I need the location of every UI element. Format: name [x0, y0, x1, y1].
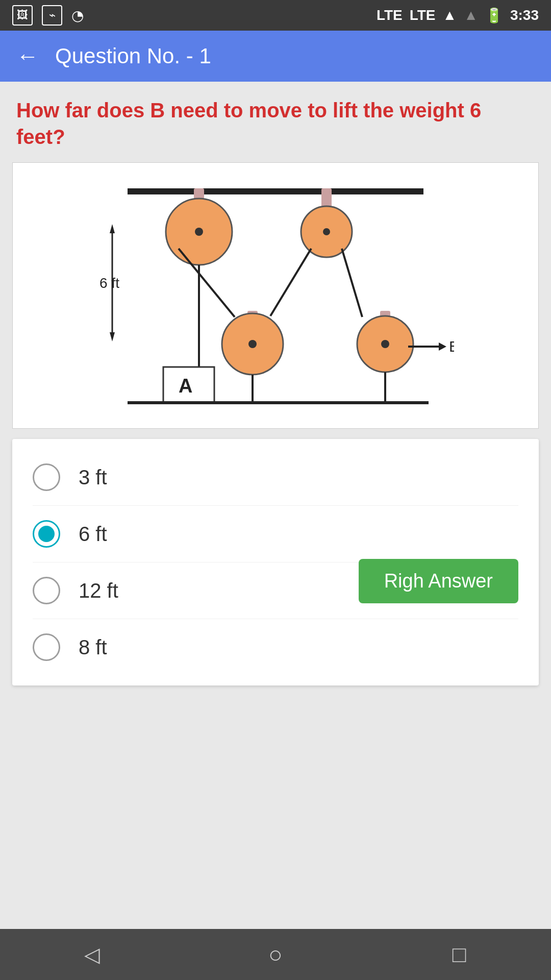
usb-icon: ⌁: [42, 5, 62, 26]
bottom-nav: ◁ ○ □: [0, 929, 551, 980]
svg-text:B: B: [449, 338, 454, 355]
time-display: 3:33: [510, 7, 539, 23]
option-row-2[interactable]: 6 ft: [33, 506, 518, 562]
content-area: How far does B need to move to lift the …: [0, 82, 551, 929]
svg-line-22: [342, 249, 362, 317]
svg-line-21: [270, 249, 311, 316]
back-button[interactable]: ←: [16, 43, 39, 69]
sync-icon: ◔: [71, 7, 84, 24]
nav-recents-button[interactable]: □: [439, 934, 480, 975]
svg-marker-2: [110, 224, 115, 233]
radio-1[interactable]: [33, 463, 60, 491]
option-row-1[interactable]: 3 ft: [33, 449, 518, 506]
option-label-2: 6 ft: [79, 523, 107, 546]
answers-card: 3 ft 6 ft 12 ft Righ Answer 8 ft: [12, 439, 539, 685]
page-title: Question No. - 1: [55, 44, 211, 68]
radio-3[interactable]: [33, 577, 60, 604]
svg-marker-3: [110, 332, 115, 341]
app-bar: ← Question No. - 1: [0, 31, 551, 82]
status-bar-right: LTE LTE ▲ ▲ 🔋 3:33: [377, 7, 539, 24]
option-label-1: 3 ft: [79, 466, 107, 489]
diagram-container: 6 ft A: [12, 162, 539, 429]
svg-point-10: [323, 228, 330, 235]
radio-2-inner: [38, 526, 55, 542]
signal-icon: ▲: [443, 7, 457, 23]
option-row-4[interactable]: 8 ft: [33, 619, 518, 675]
status-bar-left: 🖼 ⌁ ◔: [12, 5, 84, 26]
status-bar: 🖼 ⌁ ◔ LTE LTE ▲ ▲ 🔋 3:33: [0, 0, 551, 31]
signal-icon2: ▲: [464, 7, 478, 23]
image-icon: 🖼: [12, 5, 33, 26]
battery-icon: 🔋: [485, 7, 503, 24]
nav-back-button[interactable]: ◁: [71, 934, 112, 975]
option-label-4: 8 ft: [79, 636, 107, 659]
question-text: How far does B need to move to lift the …: [12, 97, 539, 150]
right-answer-button[interactable]: Righ Answer: [359, 559, 518, 603]
option-label-3: 12 ft: [79, 579, 118, 602]
svg-rect-0: [128, 188, 423, 194]
svg-point-7: [195, 228, 203, 236]
lte2-label: LTE: [410, 7, 436, 23]
svg-text:A: A: [179, 375, 192, 397]
lte1-label: LTE: [377, 7, 403, 23]
pulley-diagram: 6 ft A: [97, 173, 454, 418]
svg-point-16: [381, 340, 389, 348]
svg-point-13: [248, 340, 257, 348]
radio-2[interactable]: [33, 520, 60, 548]
nav-home-button[interactable]: ○: [255, 934, 296, 975]
svg-marker-24: [439, 342, 446, 351]
svg-text:6 ft: 6 ft: [99, 275, 119, 291]
radio-4[interactable]: [33, 633, 60, 661]
option-row-3[interactable]: 12 ft Righ Answer: [33, 562, 518, 619]
